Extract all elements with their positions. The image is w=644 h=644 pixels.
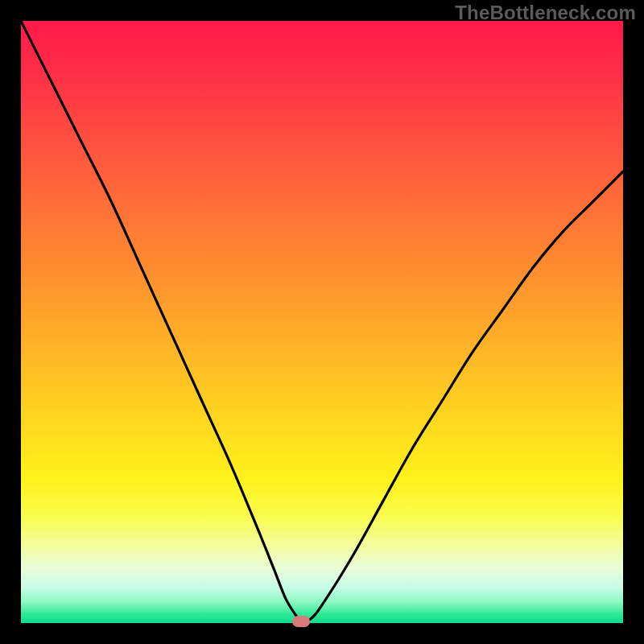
curve-svg	[21, 21, 623, 623]
bottleneck-curve	[21, 21, 623, 621]
chart-frame: TheBottleneck.com	[0, 0, 644, 644]
minimum-marker	[292, 616, 310, 627]
plot-area	[21, 21, 623, 623]
